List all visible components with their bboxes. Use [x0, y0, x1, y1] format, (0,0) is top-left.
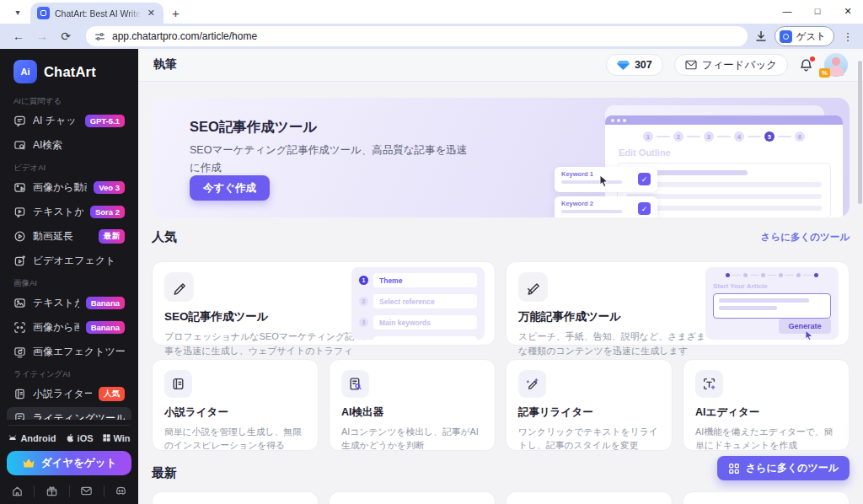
sidebar-item-video-extend[interactable]: 動画延長 最新	[7, 225, 131, 248]
sidebar-item-ai-chat[interactable]: AI チャット GPT-5.1	[7, 110, 131, 132]
checkbox-checked-icon: ✓	[638, 202, 651, 215]
url-text: app.chatartpro.com/article/home	[112, 30, 257, 42]
browser-menu-icon[interactable]: ⋮	[841, 30, 855, 43]
pen-tool-icon	[518, 272, 548, 302]
checkbox-checked-icon: ✓	[638, 173, 651, 185]
veo-badge: Veo 3	[94, 181, 125, 194]
grid-icon	[728, 463, 740, 475]
sidebar: Ai ChatArt AIに質問する AI チャット GPT-5.1 AI検索 …	[0, 49, 138, 504]
ai-editor-icon	[695, 370, 723, 398]
sidebar-item-image-to-video[interactable]: 画像から動画へ Veo 3	[7, 176, 131, 199]
platform-android[interactable]: Android	[8, 433, 56, 443]
chatart-logo-icon: Ai	[13, 60, 37, 83]
text-to-video-icon	[13, 206, 26, 218]
banner-title: SEO記事作成ツール	[190, 118, 317, 137]
sidebar-item-ai-search[interactable]: AI検索	[7, 134, 131, 157]
platform-ios[interactable]: iOS	[65, 432, 94, 443]
mock-keyword-card-1: Keyword 1 ✓	[555, 167, 657, 192]
android-icon	[8, 433, 18, 443]
ai-detector-icon	[341, 370, 369, 398]
page-title: 執筆	[153, 57, 177, 72]
forward-button[interactable]: →	[32, 26, 52, 46]
latest-card[interactable]	[152, 491, 319, 504]
home-icon[interactable]	[9, 483, 25, 499]
reload-button[interactable]: ⟳	[56, 26, 76, 46]
brand-name: ChatArt	[44, 64, 96, 80]
more-tools-button[interactable]: さらに多くのツール	[717, 456, 850, 480]
image-to-video-icon	[13, 181, 26, 194]
site-favicon-icon	[37, 7, 50, 19]
get-diamonds-button[interactable]: ダイヤをゲット	[7, 451, 131, 475]
card-novel-writer[interactable]: 小説ライター 簡単に小説を管理し生成し、無限のインスピレーションを得る	[152, 359, 319, 451]
browser-toolbar: ← → ⟳ app.chatartpro.com/article/home ゲス…	[0, 24, 863, 49]
group-label-writing-ai: ライティングAI	[13, 369, 125, 380]
card-ai-detector[interactable]: AI検出器 AIコンテンツを検出し、記事がAI生成かどうかを判断	[329, 359, 496, 451]
divider	[8, 425, 130, 426]
image-effects-icon	[13, 346, 26, 358]
platform-win[interactable]: Win	[102, 433, 131, 443]
image-to-image-icon	[13, 321, 26, 334]
pen-tool-icon	[164, 272, 194, 302]
scrollbar[interactable]	[858, 52, 862, 501]
cursor-icon	[598, 174, 610, 187]
sidebar-item-text-to-video[interactable]: テキストから... Sora 2	[7, 201, 131, 223]
window-close-button[interactable]: ✕	[833, 0, 863, 22]
download-icon[interactable]	[754, 29, 768, 43]
card-article-rewriter[interactable]: 記事リライター ワンクリックでテキストをリライトし、記事のスタイルを変更	[506, 359, 673, 451]
sidebar-item-image-effects[interactable]: 画像エフェクトツール	[7, 340, 131, 363]
user-avatar[interactable]: %	[824, 53, 848, 77]
hero-banner: 1 2 3 4 5 6 Edit Outline Keyword 1 ✓ Key…	[152, 98, 850, 217]
back-button[interactable]: ←	[8, 26, 29, 46]
latest-card[interactable]	[329, 491, 496, 504]
main-header: 執筆 307 フィードバック %	[138, 49, 863, 82]
scrollbar-thumb[interactable]	[858, 61, 862, 204]
hot-badge: 人気	[99, 387, 125, 401]
gift-icon[interactable]	[44, 483, 60, 499]
video-extend-icon	[13, 230, 26, 243]
seo-steps-illustration: 1 Theme 2 Select reference 3 Main keywor…	[351, 267, 485, 340]
window-minimize-button[interactable]: —	[772, 0, 802, 22]
cursor-icon	[804, 330, 815, 340]
mock-heading: Edit Outline	[619, 147, 843, 158]
browser-tab[interactable]: ChatArt: Best AI Writer, AI Cont ✕	[30, 3, 163, 24]
banner-description: SEOマーケティング記事作成ツール、高品質な記事を迅速に作成	[190, 142, 468, 176]
card-universal-article-tool[interactable]: 万能記事作成ツール スピーチ、手紙、告知、説明など、さまざまな種類のコンテンツを…	[506, 261, 850, 346]
notifications-button[interactable]	[799, 58, 813, 72]
sidebar-item-text-to-image[interactable]: テキストから... Banana	[7, 292, 131, 314]
tab-search-chevron-icon[interactable]: ▾	[7, 3, 29, 21]
sidebar-item-image-to-image[interactable]: 画像から画像 Banana	[7, 316, 131, 339]
group-label-video-ai: ビデオAI	[13, 163, 125, 174]
sidebar-bottom: Android iOS Win ダイヤをゲット	[0, 420, 138, 504]
more-tools-link[interactable]: さらに多くのツール	[761, 231, 850, 244]
url-bar[interactable]: app.chatartpro.com/article/home	[86, 26, 748, 46]
novel-writer-icon	[164, 370, 192, 398]
notification-dot	[810, 56, 815, 62]
latest-card[interactable]	[683, 491, 850, 504]
mock-keyword-card-2: Keyword 2 ✓	[555, 196, 657, 217]
ai-search-icon	[13, 139, 26, 152]
diamond-icon	[617, 60, 630, 71]
site-settings-icon[interactable]	[94, 31, 105, 42]
latest-card[interactable]	[506, 491, 673, 504]
new-tab-button[interactable]: +	[172, 6, 180, 20]
discord-icon[interactable]	[113, 483, 129, 499]
card-seo-article-tool[interactable]: SEO記事作成ツール プロフェッショナルなSEOマーケティング記事を迅速に生成し…	[152, 261, 496, 346]
sora-badge: Sora 2	[90, 206, 125, 218]
sidebar-item-novel-writer[interactable]: 小説ライター 人気	[7, 383, 131, 405]
window-maximize-button[interactable]: □	[802, 0, 833, 22]
group-label-image-ai: 画像AI	[13, 278, 125, 289]
article-rewriter-icon	[518, 370, 546, 398]
banana-badge: Banana	[86, 297, 125, 309]
feedback-button[interactable]: フィードバック	[674, 54, 788, 76]
guest-profile-button[interactable]: ゲスト	[775, 26, 834, 46]
tab-close-icon[interactable]: ✕	[146, 8, 157, 19]
text-to-image-icon	[13, 297, 26, 309]
gpt-badge: GPT-5.1	[85, 115, 125, 127]
diamond-balance-button[interactable]: 307	[606, 54, 663, 76]
brand[interactable]: Ai ChatArt	[0, 49, 138, 90]
create-now-button[interactable]: 今すぐ作成	[190, 175, 270, 201]
card-ai-editor[interactable]: AIエディター AI機能を備えたエディターで、簡単にドキュメントを作成	[683, 359, 850, 451]
mail-icon[interactable]	[78, 483, 94, 499]
sidebar-item-video-effects[interactable]: ビデオエフェクト	[7, 249, 131, 272]
article-generator-illustration: Start Your Article Generate	[705, 267, 839, 340]
